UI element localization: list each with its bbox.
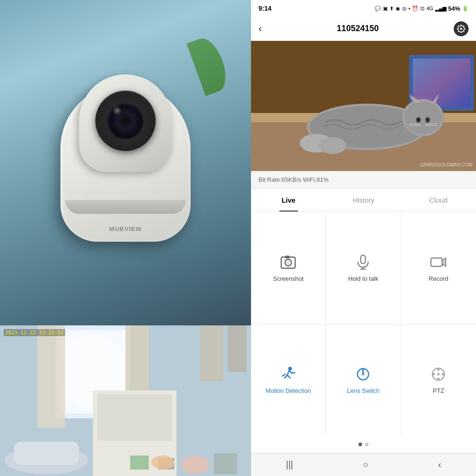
svg-rect-15 xyxy=(228,325,246,372)
left-panel: MUBVIEW 2023-11-22 12:33:52 xyxy=(0,0,251,476)
svg-rect-48 xyxy=(361,255,365,264)
home-nav-button[interactable]: ||| xyxy=(278,456,301,474)
extra-icon: ◎ xyxy=(402,6,407,12)
media-icon: ▣ xyxy=(383,6,388,12)
app-header: ‹ 110524150 xyxy=(251,17,476,41)
feed-timestamp: 2023-11-22 12:33:52 xyxy=(4,329,65,336)
wifi-icon: ⊡ xyxy=(420,6,424,12)
controls-grid: Screenshot Hold to talk Record xyxy=(251,212,476,436)
tab-cloud[interactable]: Cloud xyxy=(401,189,476,212)
back-button[interactable]: ‹ xyxy=(258,23,262,35)
location-icon: ◉ xyxy=(396,6,400,12)
dot-2 xyxy=(365,443,369,446)
ptz-label: PTZ xyxy=(433,387,444,394)
bitrate-info: Bit Rate:65KB/s WiFi:81% xyxy=(258,176,329,183)
svg-point-16 xyxy=(151,456,174,469)
tab-history[interactable]: History xyxy=(326,189,401,212)
svg-point-12 xyxy=(181,456,209,474)
lens-switch-button[interactable]: Lens Switch xyxy=(326,324,401,436)
circle-nav-button[interactable]: ○ xyxy=(355,456,376,474)
svg-point-43 xyxy=(318,137,346,154)
svg-point-61 xyxy=(437,373,440,376)
svg-rect-7 xyxy=(98,394,172,441)
ptz-button[interactable]: PTZ xyxy=(401,324,476,436)
svg-point-46 xyxy=(286,261,290,264)
svg-rect-4 xyxy=(37,325,65,428)
lens-switch-label: Lens Switch xyxy=(347,387,379,394)
bottom-nav: ||| ○ ‹ xyxy=(251,453,476,476)
battery-icon: 🔋 xyxy=(462,6,469,12)
page-dots xyxy=(251,436,476,453)
screenshot-button[interactable]: Screenshot xyxy=(251,212,326,324)
live-feed: GRANDGOLDMAN.COM xyxy=(251,41,476,171)
svg-point-29 xyxy=(404,101,442,134)
status-bar: 9:14 💬 ▣ ⬆ ◉ ◎ • ⏰ ⊡ 4G ▂▄▆ 54% 🔋 xyxy=(251,0,476,17)
svg-rect-14 xyxy=(200,325,223,381)
right-panel: 9:14 💬 ▣ ⬆ ◉ ◎ • ⏰ ⊡ 4G ▂▄▆ 54% 🔋 ‹ 1105… xyxy=(251,0,476,476)
svg-rect-9 xyxy=(14,442,79,465)
svg-rect-13 xyxy=(214,453,237,474)
svg-rect-10 xyxy=(130,456,149,469)
status-time: 9:14 xyxy=(258,5,271,12)
tabs-row: Live History Cloud xyxy=(251,189,476,212)
tab-live[interactable]: Live xyxy=(251,189,326,212)
motion-detection-button[interactable]: Motion Detection xyxy=(251,324,326,436)
screenshot-label: Screenshot xyxy=(273,275,304,282)
hold-to-talk-button[interactable]: Hold to talk xyxy=(326,212,401,324)
page-title: 110524150 xyxy=(337,24,379,33)
motion-detection-label: Motion Detection xyxy=(265,387,311,394)
watermark: GRANDGOLDMAN.COM xyxy=(420,162,472,167)
camera-product-photo: MUBVIEW xyxy=(0,0,251,325)
dot-separator: • xyxy=(409,6,410,11)
svg-point-55 xyxy=(361,372,365,376)
status-icons: 💬 ▣ ⬆ ◉ ◎ • ⏰ ⊡ 4G ▂▄▆ 54% 🔋 xyxy=(375,5,469,12)
info-bar: Bit Rate:65KB/s WiFi:81% xyxy=(251,171,476,189)
hold-to-talk-label: Hold to talk xyxy=(348,275,378,282)
battery-level: 54% xyxy=(448,5,460,12)
data-icon: ⬆ xyxy=(390,6,394,12)
signal-bars: ▂▄▆ xyxy=(435,6,446,12)
message-icon: 💬 xyxy=(375,6,381,12)
surveillance-feed: 2023-11-22 12:33:52 xyxy=(0,325,251,476)
record-button[interactable]: Record xyxy=(401,212,476,324)
dot-1 xyxy=(358,443,362,446)
back-nav-button[interactable]: ‹ xyxy=(430,456,449,474)
svg-point-36 xyxy=(417,118,419,121)
settings-button[interactable] xyxy=(454,21,469,36)
record-label: Record xyxy=(429,275,448,282)
svg-point-53 xyxy=(288,367,292,370)
camera-logo: MUBVIEW xyxy=(109,225,142,232)
signal-label: 4G xyxy=(426,6,433,11)
svg-point-17 xyxy=(460,27,463,30)
svg-point-37 xyxy=(427,118,429,121)
alarm-icon: ⏰ xyxy=(412,6,418,12)
camera-body: MUBVIEW xyxy=(56,84,195,260)
svg-rect-51 xyxy=(431,258,442,266)
